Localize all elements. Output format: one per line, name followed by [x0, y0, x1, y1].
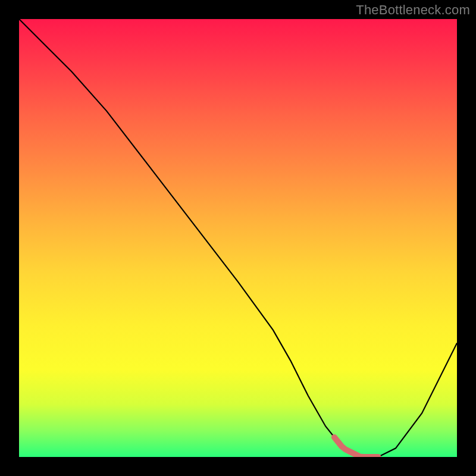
- highlight-segment: [334, 437, 378, 457]
- plot-area: [19, 19, 457, 457]
- bottleneck-curve: [19, 19, 457, 457]
- chart-svg: [19, 19, 457, 457]
- chart-frame: TheBottleneck.com: [0, 0, 476, 476]
- watermark-text: TheBottleneck.com: [356, 2, 470, 18]
